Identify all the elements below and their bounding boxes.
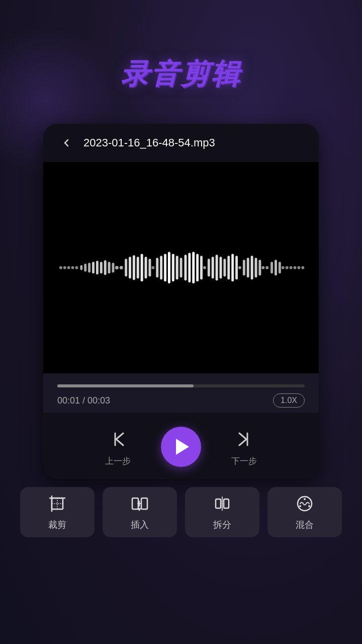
svg-rect-11 [104,260,107,275]
svg-point-60 [298,266,301,269]
svg-point-58 [290,266,293,269]
svg-point-52 [266,266,269,269]
svg-rect-27 [168,252,170,283]
svg-point-78 [308,505,310,507]
play-button[interactable] [161,427,201,467]
svg-rect-54 [275,260,277,276]
play-icon [176,439,189,455]
svg-point-1 [63,266,66,269]
svg-point-76 [304,498,306,500]
svg-rect-29 [176,256,178,279]
svg-rect-48 [251,256,253,279]
svg-point-36 [203,266,206,269]
svg-rect-42 [228,256,230,279]
tool-crop-button[interactable]: 裁剪 [20,487,95,537]
svg-rect-31 [185,255,187,280]
next-label: 下一步 [231,455,257,467]
waveform-area [43,162,319,373]
player-header: 2023-01-16_16-48-54.mp3 [43,124,319,162]
svg-rect-24 [156,258,159,277]
svg-rect-19 [137,257,139,278]
player-card: 2023-01-16_16-48-54.mp3 [43,124,319,479]
svg-rect-6 [84,264,87,272]
crop-icon [47,494,67,514]
svg-point-14 [115,266,119,270]
svg-rect-33 [193,252,195,283]
svg-rect-28 [172,254,174,281]
mix-icon [295,494,315,514]
svg-point-77 [299,505,301,507]
svg-rect-5 [80,265,83,270]
svg-point-3 [71,266,74,269]
svg-rect-50 [259,260,261,276]
back-button[interactable] [57,134,75,152]
svg-rect-68 [141,498,147,509]
svg-rect-53 [271,262,274,274]
split-icon [212,494,232,514]
svg-rect-46 [243,260,245,276]
svg-point-4 [75,266,78,269]
svg-point-2 [67,266,70,269]
svg-rect-16 [125,259,128,277]
progress-bar-container[interactable] [57,384,305,387]
svg-rect-39 [216,255,218,280]
svg-point-51 [262,266,265,269]
svg-point-45 [238,266,241,269]
svg-rect-12 [108,262,111,274]
tool-insert-button[interactable]: 插入 [103,487,177,537]
svg-rect-37 [208,259,210,277]
bottom-toolbar: 裁剪 插入 [0,479,362,537]
svg-rect-30 [180,258,183,277]
prev-icon [106,427,130,451]
mix-label: 混合 [296,519,314,531]
next-icon [232,427,256,451]
svg-rect-20 [141,254,143,281]
svg-rect-17 [129,257,131,278]
prev-button[interactable]: 上一步 [105,427,131,467]
insert-icon [130,494,150,514]
next-button[interactable]: 下一步 [231,427,257,467]
progress-bar-fill [57,384,194,387]
time-row: 00:01 / 00:03 1.0X [57,393,305,408]
svg-point-0 [59,266,62,269]
page-wrapper: 录音剪辑 2023-01-16_16-48-54.mp3 [0,0,362,644]
speed-badge[interactable]: 1.0X [273,393,305,408]
svg-rect-13 [112,263,115,273]
tool-split-button[interactable]: 拆分 [185,487,259,537]
svg-rect-10 [100,262,103,274]
svg-rect-38 [212,257,214,278]
svg-rect-7 [88,263,91,273]
svg-point-15 [120,266,123,270]
svg-rect-34 [197,254,199,281]
svg-rect-9 [96,261,99,275]
svg-rect-26 [164,254,166,281]
svg-rect-8 [92,262,95,274]
svg-rect-21 [145,257,147,278]
insert-label: 插入 [131,519,149,531]
svg-point-23 [152,266,155,269]
svg-rect-18 [133,255,135,280]
svg-rect-43 [232,254,234,281]
filename: 2023-01-16_16-48-54.mp3 [83,136,215,149]
svg-point-61 [302,266,305,269]
svg-rect-40 [220,257,222,278]
svg-rect-35 [200,256,203,279]
crop-label: 裁剪 [48,519,66,531]
split-label: 拆分 [213,519,231,531]
svg-point-57 [286,266,289,269]
svg-rect-49 [255,258,257,277]
svg-rect-25 [160,256,163,279]
svg-point-59 [294,266,297,269]
page-title: 录音剪辑 [121,55,241,94]
svg-rect-32 [189,253,191,282]
svg-rect-44 [236,256,238,279]
svg-rect-55 [279,262,281,274]
svg-rect-73 [224,499,229,508]
progress-section: 00:01 / 00:03 1.0X [43,373,319,413]
svg-rect-62 [52,498,63,509]
tool-mix-button[interactable]: 混合 [267,487,342,537]
svg-rect-47 [247,258,249,277]
svg-rect-22 [149,259,151,277]
prev-label: 上一步 [105,455,131,467]
time-display: 00:01 / 00:03 [57,395,110,406]
